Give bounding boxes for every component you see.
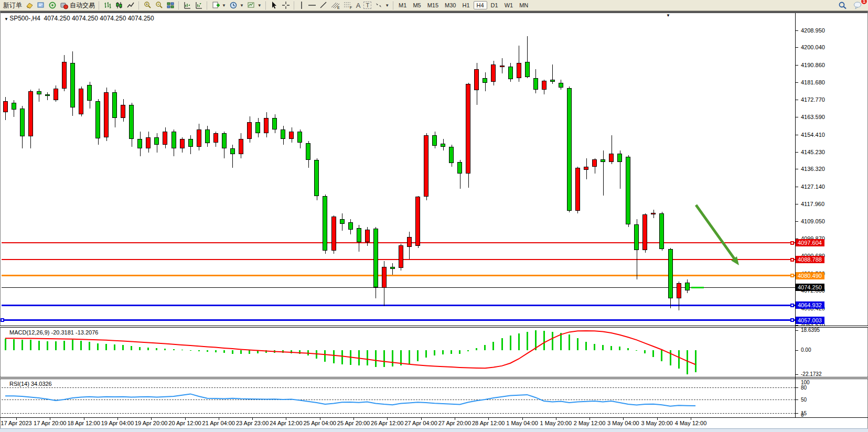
status-strip <box>0 428 868 432</box>
panel-divider[interactable] <box>0 327 868 328</box>
line-anchor-handle[interactable] <box>790 318 794 322</box>
macd-histogram-bar <box>147 348 149 350</box>
macd-histogram-bar <box>47 341 48 351</box>
candle <box>28 91 33 136</box>
price-tick <box>796 152 798 153</box>
macd-histogram-bar <box>72 340 73 350</box>
rsi-level-line <box>2 399 795 400</box>
panel-divider[interactable] <box>0 379 868 379</box>
macd-histogram-bar <box>695 350 696 372</box>
macd-histogram-bar <box>610 346 612 350</box>
macd-histogram-bar <box>316 350 317 359</box>
macd-histogram-bar <box>467 350 469 351</box>
rsi-axis-label: 100 <box>801 380 810 385</box>
macd-histogram-bar <box>198 350 200 351</box>
candle <box>129 105 134 139</box>
macd-histogram-bar <box>417 350 419 361</box>
macd-histogram-bar <box>510 336 511 350</box>
line-anchor-handle[interactable] <box>790 258 794 262</box>
candle <box>415 197 420 246</box>
candle <box>500 66 505 67</box>
chart-canvas[interactable]: ▼ SP500-,H4 4074.250 4074.250 4074.250 4… <box>0 0 868 432</box>
rsi-axis-label: 50 <box>801 397 807 403</box>
macd-histogram-bar <box>560 333 562 350</box>
candle <box>289 132 294 139</box>
macd-histogram-bar <box>535 330 537 350</box>
candle <box>559 83 563 88</box>
price-line-4097.604[interactable] <box>2 242 795 243</box>
price-tick-label: 4117.960 <box>801 201 824 207</box>
line-anchor-handle[interactable] <box>790 274 794 277</box>
rsi-line <box>5 394 695 406</box>
macd-histogram-bar <box>644 350 646 353</box>
time-tick-label: 19 Apr 20:00 <box>135 420 167 426</box>
price-tick-label: 4154.410 <box>801 132 825 138</box>
macd-histogram-bar <box>501 338 503 350</box>
time-tick-label: 1 May 20:00 <box>540 420 572 426</box>
candle <box>542 81 546 89</box>
rsi-level-tick <box>796 387 798 388</box>
macd-histogram-bar <box>207 350 208 352</box>
price-tick <box>796 204 798 204</box>
price-tick-label: 4181.680 <box>801 79 825 85</box>
time-tick-label: 25 Apr 04:00 <box>303 420 336 426</box>
candle <box>45 94 50 96</box>
macd-histogram-bar <box>215 350 217 352</box>
candle <box>197 129 201 147</box>
candle <box>348 222 353 230</box>
price-tick <box>796 169 798 169</box>
candle <box>62 62 67 89</box>
macd-histogram-bar <box>459 350 460 354</box>
trend-arrow[interactable] <box>696 205 739 265</box>
price-line-label: 4064.932 <box>796 301 824 309</box>
price-line-4064.932[interactable] <box>2 305 795 306</box>
macd-axis-tick <box>796 330 798 331</box>
symbol-dropdown-arrow[interactable]: ▼ <box>4 17 9 21</box>
line-anchor-handle[interactable] <box>790 304 794 307</box>
candle <box>685 283 690 290</box>
macd-histogram-bar <box>89 342 90 351</box>
macd-histogram-bar <box>105 344 107 350</box>
line-anchor-handle[interactable] <box>790 241 794 245</box>
candle-wick <box>47 92 48 100</box>
candle <box>550 80 555 82</box>
macd-histogram-bar <box>594 344 595 350</box>
macd-histogram-bar <box>687 350 688 374</box>
candle <box>146 137 151 149</box>
candle <box>382 267 387 288</box>
candle <box>37 91 41 94</box>
macd-axis-tick <box>796 350 798 351</box>
macd-histogram-bar <box>282 350 284 353</box>
price-tick <box>796 100 798 100</box>
price-tick <box>796 30 798 31</box>
candle <box>79 89 83 114</box>
candle <box>222 133 227 148</box>
candle <box>677 283 681 298</box>
price-tick-label: 4200.040 <box>801 44 825 50</box>
symbol-period: SP500-,H4 <box>9 15 40 22</box>
macd-histogram-bar <box>30 340 31 350</box>
chart-dropdown-arrow[interactable]: ▼ <box>666 13 670 18</box>
candle <box>53 89 58 100</box>
price-tick-label: 4127.140 <box>801 183 825 190</box>
ohlc-readout: 4074.250 4074.250 4074.250 4074.250 <box>44 15 154 22</box>
time-tick-label: 2 May 12:00 <box>574 420 606 426</box>
line-left-handle[interactable] <box>1 318 4 322</box>
time-tick-label: 3 May 04:00 <box>607 420 639 426</box>
candle <box>407 237 412 247</box>
price-tick-label: 4163.590 <box>801 114 825 120</box>
candle <box>281 129 285 139</box>
macd-histogram-bar <box>333 350 335 363</box>
time-tick-label: 23 Apr 23:00 <box>236 420 269 426</box>
macd-histogram-bar <box>619 347 620 350</box>
macd-histogram-bar <box>291 350 292 353</box>
price-line-4080.490[interactable] <box>2 275 795 276</box>
candle <box>230 148 235 154</box>
price-line-label: 4088.788 <box>796 256 824 263</box>
price-line-4057.003[interactable] <box>2 319 795 321</box>
candle <box>112 92 117 118</box>
macd-axis-tick <box>796 374 798 375</box>
macd-histogram-bar <box>543 331 545 350</box>
macd-histogram-bar <box>22 340 23 350</box>
rsi-level-tick <box>796 399 798 400</box>
